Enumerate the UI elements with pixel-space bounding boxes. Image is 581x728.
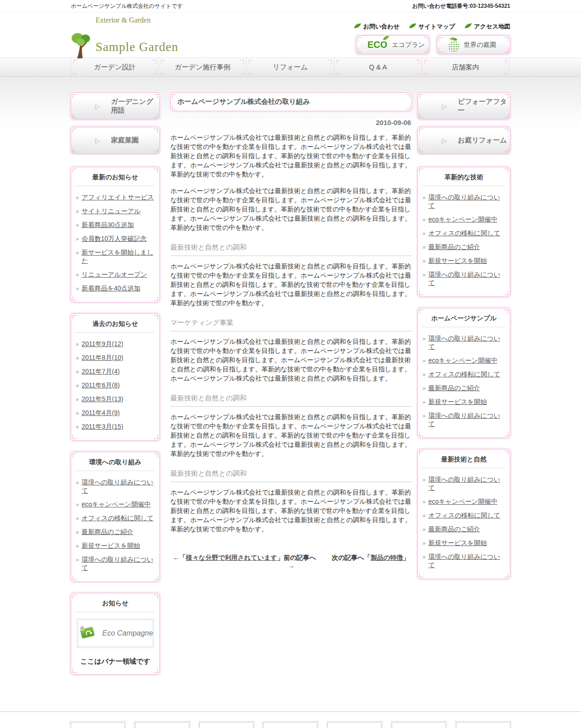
- sidebar-button-home-garden[interactable]: ▷ 家庭菜園: [71, 127, 160, 154]
- sidebar-link[interactable]: オフィスの移転に関して: [429, 370, 501, 379]
- archive-link[interactable]: 2011年5月(13): [82, 395, 124, 404]
- section-heading: 最新技術と自然との調和: [170, 243, 412, 256]
- sidebar-link[interactable]: 最新商品のご紹介: [429, 243, 480, 251]
- double-arrow-icon: »: [76, 529, 79, 535]
- sidebar-link[interactable]: 新規サービスを開始: [82, 542, 140, 550]
- world-garden-button[interactable]: 世界の庭園: [437, 35, 510, 54]
- footer-banners: Sample bannerFor beginner Sample bannerF…: [71, 712, 510, 728]
- double-arrow-icon: »: [423, 554, 426, 560]
- archive-link[interactable]: 2011年9月(12): [82, 340, 124, 348]
- sidebar-button-garden-reform[interactable]: ▷ お庭リフォーム: [417, 127, 510, 154]
- sidebar-link[interactable]: 環境への取り組みについて: [82, 478, 156, 495]
- eco-campagne-banner[interactable]: Eco Campagne: [77, 619, 154, 648]
- sidebar-box-innovative-tech: 革新的な技術 »環境への取り組みについて »ecoキャンペーン開催中 »オフィス…: [417, 167, 510, 297]
- sidebar-link[interactable]: オフィスの移転に関して: [82, 514, 154, 523]
- sidebar-link[interactable]: 新着商品30点追加: [82, 221, 134, 229]
- quick-link-sitemap[interactable]: サイトマップ: [409, 23, 455, 31]
- list-item: »新着商品を40点追加: [76, 282, 156, 296]
- sidebar-link[interactable]: 最新商品のご紹介: [429, 525, 480, 534]
- list-item: »ecoキャンペーン開催中: [423, 495, 506, 509]
- footer-banner[interactable]: Sample bannerFor beginner: [199, 722, 254, 728]
- sidebar-link[interactable]: 環境への取り組みについて: [429, 476, 506, 492]
- list-item: »アフィリエイトサービス: [76, 191, 156, 205]
- nav-label: Q & A: [369, 63, 387, 71]
- sidebar-link[interactable]: 環境への取り組みについて: [429, 412, 506, 428]
- double-arrow-icon: »: [76, 369, 79, 375]
- site-note: ホームページサンプル株式会社のサイトです: [71, 2, 183, 10]
- nav-item-shop-info[interactable]: 店舗案内: [422, 58, 509, 76]
- quick-link-access-map[interactable]: アクセス地図: [464, 23, 510, 31]
- double-arrow-icon: »: [76, 222, 79, 228]
- sidebar-link[interactable]: 最新商品のご紹介: [82, 528, 134, 536]
- double-arrow-icon: »: [76, 410, 79, 416]
- sidebar-link[interactable]: ecoキャンペーン開催中: [429, 216, 497, 224]
- article-title: ホームページサンプル株式会社の取り組み: [177, 97, 405, 106]
- list-item: »最新商品のご紹介: [423, 240, 506, 254]
- double-arrow-icon: »: [76, 250, 79, 256]
- list-item: »ecoキャンペーン開催中: [76, 498, 156, 512]
- prev-article-link[interactable]: 様々な分野で利用されています: [186, 554, 277, 561]
- sidebar-link[interactable]: 環境への取り組みについて: [429, 271, 506, 287]
- sidebar-link[interactable]: 環境への取り組みについて: [429, 553, 506, 569]
- footer-banner[interactable]: Sample bannerFor beginner: [392, 722, 446, 728]
- box-title: 最新のお知らせ: [76, 167, 155, 186]
- sidebar-link[interactable]: アフィリエイトサービス: [82, 193, 154, 202]
- sidebar-link[interactable]: ecoキャンペーン開催中: [429, 357, 497, 365]
- nav-item-garden-design[interactable]: ガーデン設計: [71, 58, 158, 76]
- sidebar-button-before-after[interactable]: ▷ ビフォーアフター: [417, 92, 510, 119]
- eco-plan-button[interactable]: ECO エコプラン: [356, 35, 429, 54]
- sidebar-link[interactable]: 新規サービスを開始: [429, 539, 487, 547]
- triangle-arrow-icon: ▷: [95, 137, 100, 144]
- sidebar-link[interactable]: リニューアルオープン: [82, 271, 147, 279]
- sidebar-link[interactable]: 新着商品を40点追加: [82, 284, 141, 293]
- sidebar-link[interactable]: 環境への取り組みについて: [429, 335, 506, 351]
- sidebar-button-gardening-terms[interactable]: ▷ ガーデニング用語: [71, 92, 160, 119]
- sidebar-link[interactable]: ecoキャンペーン開催中: [429, 498, 497, 506]
- archive-link[interactable]: 2011年3月(15): [82, 423, 124, 431]
- archive-link[interactable]: 2011年8月(10): [82, 354, 124, 362]
- sidebar-link[interactable]: 会員数10万人突破記念: [82, 235, 147, 243]
- sidebar-link[interactable]: 新規サービスを開始: [429, 398, 487, 406]
- sidebar-box-latest-tech-nature: 最新技術と自然 »環境への取り組みについて »ecoキャンペーン開催中 »オフィ…: [417, 449, 510, 579]
- sidebar-link[interactable]: ecoキャンペーン開催中: [82, 500, 151, 509]
- sidebar-link[interactable]: 新規サービスを開始: [429, 257, 487, 265]
- double-arrow-icon: »: [423, 194, 426, 201]
- list-item: »リニューアルオープン: [76, 268, 156, 282]
- double-arrow-icon: »: [76, 557, 79, 563]
- double-arrow-icon: »: [76, 501, 79, 508]
- double-arrow-icon: »: [423, 526, 426, 533]
- sidebar-link[interactable]: 最新商品のご紹介: [429, 384, 480, 392]
- footer-banner[interactable]: Sample bannerFor beginner: [71, 722, 125, 728]
- quick-link-contact[interactable]: お問い合わせ: [354, 23, 400, 31]
- sidebar-link[interactable]: サイトリニューアル: [82, 207, 141, 216]
- triangle-arrow-icon: ▷: [442, 102, 447, 110]
- footer-banner[interactable]: Sample bannerFor beginner: [327, 722, 382, 728]
- nav-item-qa[interactable]: Q & A: [334, 58, 422, 76]
- article-title-box: ホームページサンプル株式会社の取り組み: [170, 92, 412, 111]
- triangle-arrow-icon: ▷: [95, 102, 100, 110]
- sidebar-link[interactable]: 新サービスを開始しました: [82, 249, 156, 265]
- list-item: »2011年8月(10): [76, 351, 156, 365]
- sidebar-box-homepage-sample: ホームページサンプル »環境への取り組みについて »ecoキャンペーン開催中 »…: [417, 308, 510, 438]
- double-arrow-icon: »: [423, 258, 426, 264]
- sidebar-link[interactable]: オフィスの移転に関して: [429, 512, 501, 520]
- nav-item-reform[interactable]: リフォーム: [246, 58, 334, 76]
- footer-banner[interactable]: Sample bannerFor beginner: [456, 722, 510, 728]
- nav-item-garden-works[interactable]: ガーデン施行事例: [158, 58, 246, 76]
- archive-link[interactable]: 2011年6月(8): [82, 381, 120, 390]
- double-arrow-icon: »: [76, 543, 79, 549]
- main-nav: ガーデン設計 ガーデン施行事例 リフォーム Q & A 店舗案内: [0, 57, 581, 77]
- archive-link[interactable]: 2011年7月(4): [82, 368, 120, 376]
- footer-banner[interactable]: Sample bannerFor beginner: [135, 722, 189, 728]
- list-item: »環境への取り組みについて: [423, 191, 506, 213]
- sidebar-link[interactable]: オフィスの移転に関して: [429, 229, 501, 238]
- archive-link[interactable]: 2011年4月(9): [82, 409, 120, 417]
- sidebar-link[interactable]: 環境への取り組みについて: [82, 556, 156, 572]
- next-article-link[interactable]: 製品の特徴: [371, 554, 403, 561]
- double-arrow-icon: »: [423, 371, 426, 378]
- topbar: ホームページサンプル株式会社のサイトです お問い合わせ電話番号:03-12345…: [0, 0, 581, 12]
- list-item: »オフィスの移転に関して: [423, 227, 506, 240]
- footer-banner[interactable]: Sample bannerFor beginner: [263, 722, 317, 728]
- sidebar-link[interactable]: 環境への取り組みについて: [429, 193, 506, 210]
- double-arrow-icon: »: [423, 358, 426, 364]
